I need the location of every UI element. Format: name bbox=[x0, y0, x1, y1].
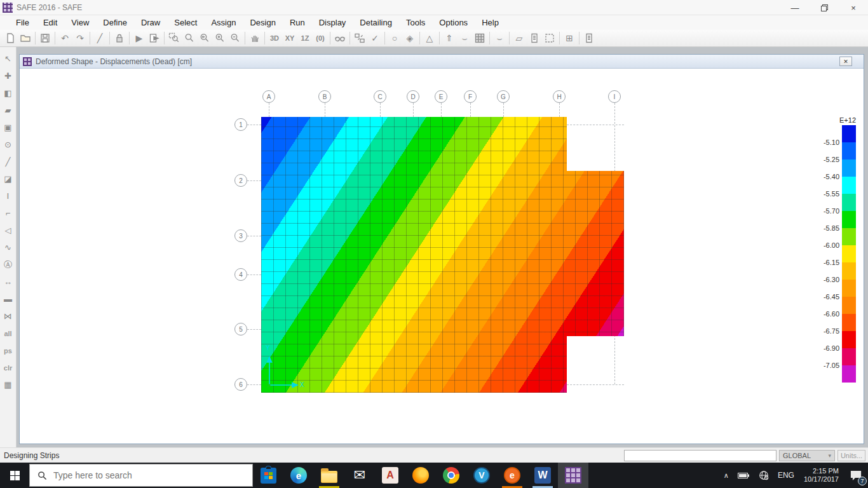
taskbar-app-edge[interactable]: e bbox=[283, 463, 314, 488]
taskbar-app-store[interactable] bbox=[253, 463, 283, 488]
view-3d-icon[interactable]: 3D bbox=[267, 31, 282, 46]
rotate-view-icon[interactable]: (0) bbox=[313, 31, 328, 46]
object-shading-icon[interactable] bbox=[332, 31, 348, 46]
minimize-button[interactable]: — bbox=[780, 0, 810, 15]
select-all-label[interactable]: all bbox=[1, 327, 15, 340]
draw-slab-icon[interactable]: ◧ bbox=[1, 86, 15, 100]
taskbar-app-explorer[interactable] bbox=[314, 463, 344, 488]
show-undeformed-icon[interactable]: △ bbox=[422, 31, 437, 46]
menu-file[interactable]: File bbox=[9, 16, 36, 29]
clear-selection-label[interactable]: clr bbox=[1, 361, 15, 374]
draw-column-icon[interactable]: Ⅰ bbox=[1, 189, 15, 203]
hidden-icons-chevron[interactable]: ∧ bbox=[719, 463, 733, 488]
document-titlebar[interactable]: Deformed Shape - Displacements (Dead) [c… bbox=[20, 55, 864, 69]
quick-slab-icon[interactable]: ▣ bbox=[1, 121, 15, 134]
restore-full-view-icon[interactable] bbox=[182, 31, 197, 46]
pan-icon[interactable] bbox=[247, 31, 262, 46]
draw-line-icon[interactable]: ╱ bbox=[92, 31, 107, 46]
taskbar-app-chrome[interactable] bbox=[436, 463, 466, 488]
taskbar-app-mail[interactable]: ✉ bbox=[344, 463, 375, 488]
zoom-in-icon[interactable] bbox=[212, 31, 227, 46]
run-detailing-icon[interactable] bbox=[147, 31, 162, 46]
show-contours-icon[interactable] bbox=[472, 31, 487, 46]
taskbar-app-autocad[interactable]: A bbox=[375, 463, 405, 488]
rubber-band-zoom-icon[interactable] bbox=[166, 31, 182, 46]
network-globe-icon[interactable] bbox=[754, 463, 773, 488]
menu-view[interactable]: View bbox=[64, 16, 96, 29]
maximize-button[interactable] bbox=[810, 0, 839, 15]
taskbar-app-e-app[interactable]: e bbox=[497, 463, 527, 488]
dash-tool-icon[interactable]: ▬ bbox=[1, 292, 15, 306]
document-close-button[interactable]: ✕ bbox=[839, 57, 852, 66]
view-xy-icon[interactable]: XY bbox=[282, 31, 297, 46]
draw-rect-slab-icon[interactable]: ▰ bbox=[1, 104, 15, 117]
quick-draw-icon[interactable]: ◈ bbox=[402, 31, 417, 46]
reshape-icon[interactable]: ✚ bbox=[1, 69, 15, 83]
menu-edit[interactable]: Edit bbox=[36, 16, 64, 29]
coordinate-system-dropdown[interactable]: GLOBAL ▾ bbox=[779, 450, 835, 461]
menu-design[interactable]: Design bbox=[243, 16, 282, 29]
pointer-icon[interactable]: ↖ bbox=[1, 52, 15, 65]
draw-wedge-icon[interactable]: ◁ bbox=[1, 224, 15, 237]
show-punching-icon[interactable]: ▱ bbox=[512, 31, 527, 46]
action-center-icon[interactable]: 7 bbox=[844, 463, 868, 488]
view-z-icon[interactable]: 1Z bbox=[297, 31, 313, 46]
save-icon[interactable] bbox=[37, 31, 53, 46]
start-button[interactable] bbox=[0, 463, 29, 488]
report-icon[interactable] bbox=[581, 31, 597, 46]
clock[interactable]: 2:15 PM10/17/2017 bbox=[799, 463, 844, 488]
draw-circle-slab-icon[interactable]: ⊙ bbox=[1, 138, 15, 151]
dimension-a-icon[interactable]: Ⓐ bbox=[1, 258, 15, 271]
show-tables-icon[interactable]: ⊞ bbox=[562, 31, 577, 46]
previous-zoom-icon[interactable] bbox=[197, 31, 212, 46]
menu-display[interactable]: Display bbox=[312, 16, 353, 29]
zoom-out-icon[interactable] bbox=[227, 31, 243, 46]
display-options-icon[interactable] bbox=[352, 31, 367, 46]
contour-plot[interactable] bbox=[261, 117, 624, 393]
check-model-icon[interactable]: ✓ bbox=[367, 31, 383, 46]
flip-icon[interactable]: ⋈ bbox=[1, 309, 15, 323]
select-ps-label[interactable]: ps bbox=[1, 344, 15, 357]
show-loads-icon[interactable]: ⇑ bbox=[442, 31, 457, 46]
show-detailing-icon[interactable] bbox=[527, 31, 542, 46]
quick-diagonal-icon[interactable]: ◪ bbox=[1, 172, 15, 186]
menu-tools[interactable]: Tools bbox=[399, 16, 432, 29]
run-analysis-icon[interactable]: ▶ bbox=[132, 31, 147, 46]
draw-line-obj-icon[interactable]: ╱ bbox=[1, 155, 15, 168]
select-display-icon[interactable] bbox=[542, 31, 557, 46]
menu-detailing[interactable]: Detailing bbox=[353, 16, 399, 29]
toolbar-separator bbox=[90, 32, 90, 44]
menu-draw[interactable]: Draw bbox=[134, 16, 167, 29]
menu-assign[interactable]: Assign bbox=[204, 16, 243, 29]
undo-icon[interactable]: ↶ bbox=[57, 31, 72, 46]
point-object-icon[interactable]: ○ bbox=[387, 31, 402, 46]
open-file-icon[interactable] bbox=[18, 31, 33, 46]
grid-off-icon[interactable]: ▦ bbox=[1, 378, 15, 391]
dimension-line-icon[interactable]: ↔ bbox=[1, 275, 15, 288]
taskbar-search[interactable] bbox=[29, 464, 253, 487]
menu-run[interactable]: Run bbox=[283, 16, 312, 29]
lock-model-icon[interactable] bbox=[112, 31, 127, 46]
status-input[interactable] bbox=[624, 450, 776, 461]
menu-select[interactable]: Select bbox=[167, 16, 204, 29]
taskbar-app-safe[interactable] bbox=[558, 463, 588, 488]
search-input[interactable] bbox=[53, 470, 225, 480]
taskbar-app-word[interactable]: W bbox=[527, 463, 558, 488]
model-canvas[interactable]: ABCDEFGHI123456E+12-5.10-5.25-5.40-5.55-… bbox=[21, 69, 862, 442]
taskbar-app-v-app[interactable]: V bbox=[466, 463, 497, 488]
redo-icon[interactable]: ↷ bbox=[72, 31, 88, 46]
menu-define[interactable]: Define bbox=[96, 16, 134, 29]
taskbar-app-firefox[interactable] bbox=[405, 463, 436, 488]
draw-curve-icon[interactable]: ∿ bbox=[1, 241, 15, 254]
menu-help[interactable]: Help bbox=[475, 16, 506, 29]
show-deformed-icon[interactable]: ⌣ bbox=[457, 31, 472, 46]
show-strip-forces-icon[interactable]: ⌣ bbox=[492, 31, 507, 46]
close-button[interactable]: × bbox=[839, 0, 868, 15]
battery-icon[interactable] bbox=[733, 463, 754, 488]
new-model-icon[interactable] bbox=[3, 31, 18, 46]
units-button[interactable]: Units... bbox=[837, 450, 865, 461]
menu-options[interactable]: Options bbox=[432, 16, 475, 29]
language-indicator[interactable]: ENG bbox=[773, 463, 799, 488]
legend-swatch-9 bbox=[842, 280, 856, 297]
draw-strip-icon[interactable]: ⌐ bbox=[1, 207, 15, 220]
